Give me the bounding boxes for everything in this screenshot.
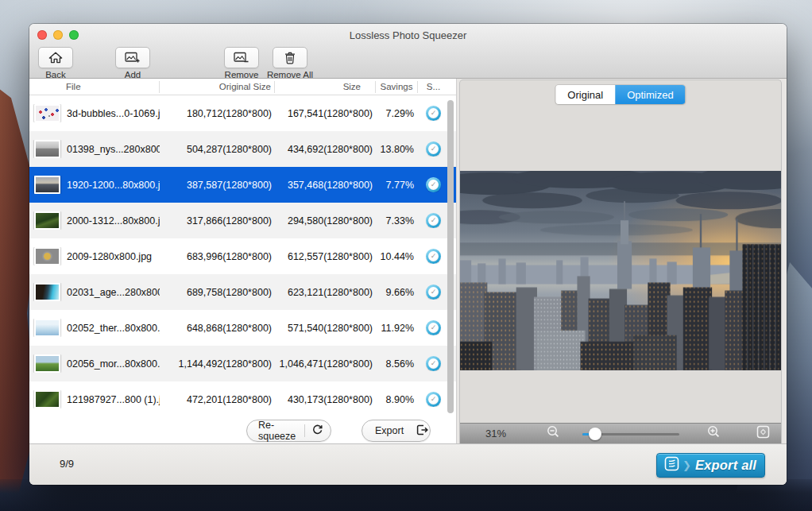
list-scrollbar[interactable] <box>447 100 454 413</box>
zoom-out-icon <box>547 425 560 442</box>
size-cell: 623,121(1280*800) <box>275 287 376 298</box>
status-check-badge[interactable]: ✓ <box>426 106 441 121</box>
tab-original[interactable]: Original <box>555 85 615 104</box>
savings-cell: 9.66% <box>376 287 418 298</box>
table-row[interactable]: 2000-1312...80x800.jpg 317,866(1280*800)… <box>29 203 456 238</box>
check-icon: ✓ <box>431 110 437 117</box>
table-row[interactable]: 121987927...800 (1).jpg 472,201(1280*800… <box>29 381 456 417</box>
savings-cell: 7.29% <box>376 108 418 119</box>
list-actions-row: Re-squeeze Export <box>29 417 456 443</box>
size-cell: 571,540(1280*800) <box>275 323 376 334</box>
status-check-badge[interactable]: ✓ <box>426 177 441 192</box>
check-icon: ✓ <box>431 253 437 260</box>
table-header: File Original Size Size Savings S... <box>29 79 456 95</box>
preview-pane: Original Optimized <box>459 79 782 443</box>
size-cell: 167,541(1280*800) <box>275 108 376 119</box>
check-icon: ✓ <box>431 217 437 224</box>
file-thumbnail <box>34 319 60 337</box>
table-row[interactable]: 02056_mor...80x800.jpg 1,144,492(1280*80… <box>29 346 456 381</box>
file-thumbnail <box>34 140 60 158</box>
original-size-cell: 683,996(1280*800) <box>160 251 275 262</box>
city-skyline-illustration <box>460 171 781 370</box>
remove-button[interactable]: Remove <box>221 47 262 79</box>
file-thumbnail <box>34 283 60 301</box>
add-image-icon <box>125 52 141 64</box>
remove-all-button[interactable]: Remove All <box>265 47 315 79</box>
file-name-cell: 1920-1200...80x800.jpg <box>67 180 160 191</box>
fit-screen-button[interactable] <box>754 425 771 443</box>
status-check-badge[interactable]: ✓ <box>426 320 441 335</box>
table-row[interactable]: 1920-1200...80x800.jpg 387,587(1280*800)… <box>29 167 456 203</box>
status-check-badge[interactable]: ✓ <box>426 249 441 264</box>
savings-cell: 7.77% <box>376 180 418 191</box>
file-name-cell: 2009-1280x800.jpg <box>67 251 152 262</box>
zoom-slider[interactable] <box>582 428 679 440</box>
savings-cell: 8.90% <box>376 394 418 405</box>
zoom-slider-thumb[interactable] <box>589 428 601 440</box>
file-thumbnail <box>34 354 60 373</box>
export-all-label: Export all <box>695 458 756 473</box>
file-list-pane: File Original Size Size Savings S... 3d-… <box>29 79 457 443</box>
file-name-cell: 02056_mor...80x800.jpg <box>67 358 160 370</box>
file-name-cell: 01398_nys...280x800.jpg <box>67 144 160 155</box>
refresh-icon <box>311 424 323 438</box>
original-size-cell: 317,866(1280*800) <box>160 215 275 226</box>
size-cell: 430,173(1280*800) <box>275 394 376 405</box>
table-row[interactable]: 2009-1280x800.jpg 683,996(1280*800) 612,… <box>29 238 456 274</box>
check-icon: ✓ <box>431 360 437 367</box>
file-count-label: 9/9 <box>60 458 74 470</box>
preview-image[interactable] <box>460 171 781 370</box>
original-size-cell: 472,201(1280*800) <box>160 394 275 405</box>
original-size-cell: 180,712(1280*800) <box>160 108 275 119</box>
table-row[interactable]: 02031_age...280x800.jpg 689,758(1280*800… <box>29 274 456 310</box>
status-check-badge[interactable]: ✓ <box>426 356 441 371</box>
zoom-in-button[interactable] <box>705 425 722 443</box>
size-cell: 434,692(1280*800) <box>275 144 376 155</box>
status-check-badge[interactable]: ✓ <box>426 141 441 157</box>
button-separator <box>304 424 305 437</box>
zoom-toolbar: 31% <box>460 423 781 443</box>
file-name-cell: 2000-1312...80x800.jpg <box>67 215 160 226</box>
savings-cell: 11.92% <box>376 323 418 334</box>
file-table-body: 3d-bubbles...0-1069.jpg 180,712(1280*800… <box>29 95 456 417</box>
add-button[interactable]: Add <box>113 47 153 79</box>
zoom-out-button[interactable] <box>544 425 562 443</box>
main-area: File Original Size Size Savings S... 3d-… <box>29 79 787 443</box>
status-check-badge[interactable]: ✓ <box>426 392 441 407</box>
status-check-badge[interactable]: ✓ <box>426 213 441 228</box>
tab-optimized[interactable]: Optimized <box>615 85 686 104</box>
column-original-size[interactable]: Original Size <box>160 81 275 93</box>
home-icon <box>48 52 63 64</box>
export-all-button[interactable]: ❯ Export all <box>656 453 765 478</box>
savings-cell: 10.44% <box>376 251 418 262</box>
column-size[interactable]: Size <box>275 81 376 93</box>
savings-cell: 8.56% <box>376 358 418 370</box>
squeeze-icon <box>657 456 679 474</box>
column-file[interactable]: File <box>29 81 160 93</box>
status-check-badge[interactable]: ✓ <box>426 285 441 300</box>
check-icon: ✓ <box>431 288 437 296</box>
column-status[interactable]: S... <box>418 81 449 93</box>
check-icon: ✓ <box>431 181 437 188</box>
check-icon: ✓ <box>431 145 437 153</box>
file-name-cell: 02052_ther...80x800.jpg <box>67 323 160 334</box>
preview-tabs: Original Optimized <box>555 85 685 104</box>
file-thumbnail <box>34 104 60 122</box>
trash-icon <box>284 52 296 64</box>
file-thumbnail <box>34 247 60 265</box>
column-savings[interactable]: Savings <box>376 81 418 93</box>
size-cell: 294,580(1280*800) <box>275 215 376 226</box>
export-icon <box>416 424 429 438</box>
app-window: Lossless Photo Squeezer Back Add <box>29 24 787 485</box>
back-button[interactable]: Back <box>36 47 75 79</box>
export-button[interactable]: Export <box>362 420 431 442</box>
table-row[interactable]: 3d-bubbles...0-1069.jpg 180,712(1280*800… <box>29 95 456 131</box>
savings-cell: 7.33% <box>376 215 418 226</box>
check-icon: ✓ <box>431 396 437 403</box>
resqueeze-button[interactable]: Re-squeeze <box>246 420 331 442</box>
file-thumbnail <box>34 390 60 408</box>
table-row[interactable]: 02052_ther...80x800.jpg 648,868(1280*800… <box>29 310 456 346</box>
original-size-cell: 1,144,492(1280*800) <box>160 358 275 370</box>
file-name-cell: 3d-bubbles...0-1069.jpg <box>67 108 160 119</box>
table-row[interactable]: 01398_nys...280x800.jpg 504,287(1280*800… <box>29 131 456 167</box>
